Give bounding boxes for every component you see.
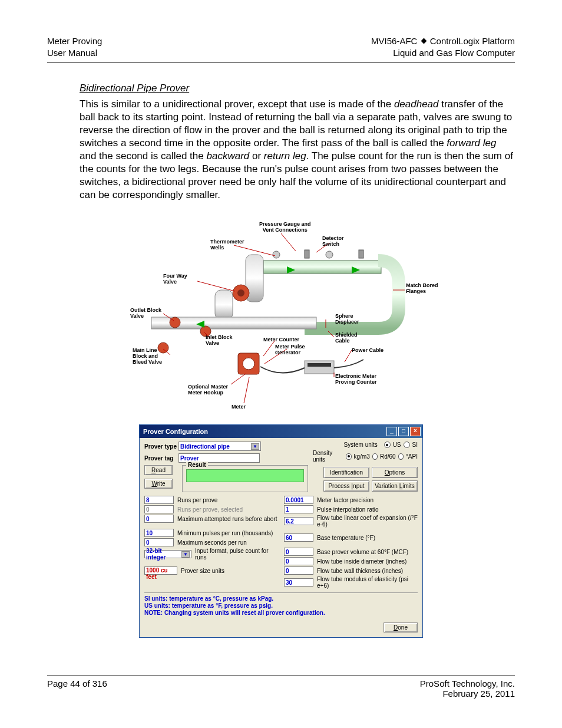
header-left-1: Meter Proving xyxy=(47,35,102,47)
label-pressure: Pressure Gauge and Vent Connections xyxy=(259,222,311,233)
header-left-2: User Manual xyxy=(47,47,102,59)
diagram-svg xyxy=(128,219,434,414)
param-input[interactable] xyxy=(144,529,174,537)
label-detector: Detector Switch xyxy=(322,236,344,248)
svg-rect-11 xyxy=(305,250,309,258)
param-input[interactable] xyxy=(284,578,313,587)
param-input[interactable] xyxy=(284,548,313,556)
param-input[interactable] xyxy=(144,496,174,504)
radio-api[interactable] xyxy=(398,453,404,460)
param-input[interactable] xyxy=(284,505,313,513)
read-button[interactable]: Read xyxy=(144,465,173,475)
label-electronic: Electronic Meter Proving Counter xyxy=(335,374,377,386)
prover-config-dialog: Prover Configuration _ □ × Prover type B… xyxy=(139,424,423,638)
param-input[interactable] xyxy=(284,496,313,504)
header-right-2: Liquid and Gas Flow Computer xyxy=(371,47,515,59)
close-button[interactable]: × xyxy=(410,427,421,436)
radio-rd60[interactable] xyxy=(372,453,378,460)
param-row: Flow tube wall thickness (inches) xyxy=(284,566,418,575)
input-format-select[interactable]: 32-bit integer▼ xyxy=(144,550,191,558)
svg-rect-16 xyxy=(308,363,331,367)
radio-si[interactable] xyxy=(404,442,410,448)
system-units-group: System units US SI xyxy=(344,442,418,448)
dialog-titlebar[interactable]: Prover Configuration _ □ × xyxy=(140,425,422,438)
param-row: Runs per prove, selected xyxy=(144,505,278,513)
radio-us[interactable] xyxy=(384,442,391,448)
param-input[interactable] xyxy=(144,515,174,523)
param-row: Base temperature (°F) xyxy=(284,533,418,542)
param-row: Maximum attempted runs before abort xyxy=(144,515,278,523)
right-param-grid: Meter factor precisionPulse interpolatio… xyxy=(284,496,418,590)
svg-line-21 xyxy=(281,233,296,251)
param-row: Runs per prove xyxy=(144,496,278,504)
label-match: Match Bored Flanges xyxy=(406,283,438,295)
label-meterpulse: Meter Pulse Generator xyxy=(275,344,305,356)
diamond-icon xyxy=(421,38,427,44)
options-button[interactable]: Options xyxy=(372,467,418,478)
param-row: Flow tube linear coef of expansion (/°F … xyxy=(284,515,418,528)
label-sphere: Sphere Displacer xyxy=(335,314,359,325)
param-input[interactable] xyxy=(144,538,174,546)
param-row: Flow tube modulus of elasticity (psi e+6… xyxy=(284,576,418,589)
label-outlet: Outlet Block Valve xyxy=(130,308,161,319)
param-input[interactable] xyxy=(284,517,313,525)
svg-rect-0 xyxy=(263,261,381,274)
prover-diagram: Pressure Gauge and Vent Connections Ther… xyxy=(128,219,434,414)
process-input-button[interactable]: Process Input xyxy=(323,480,369,492)
label-mainline: Main Line Block and Bleed Valve xyxy=(133,348,162,365)
page-header: Meter Proving User Manual MVI56-AFC Cont… xyxy=(47,35,515,62)
density-units-group: Density units kg/m3 Rd/60 °API xyxy=(313,450,418,463)
body-paragraph: This is similar to a unidirectional prov… xyxy=(80,98,515,202)
write-button[interactable]: Write xyxy=(144,479,173,489)
svg-rect-12 xyxy=(359,250,363,258)
units-note: SI units: temperature as °C, pressure as… xyxy=(144,592,418,617)
svg-line-17 xyxy=(197,281,235,291)
svg-point-9 xyxy=(273,251,280,258)
label-fourway: Four Way Valve xyxy=(163,274,187,285)
dialog-title: Prover Configuration xyxy=(143,428,208,435)
variation-limits-button[interactable]: Variation Limits xyxy=(372,480,418,492)
param-row: Flow tube inside diameter (inches) xyxy=(284,557,418,565)
result-fieldset: Result xyxy=(182,465,308,492)
prover-type-label: Prover type xyxy=(144,443,178,450)
prover-tag-label: Prover tag xyxy=(144,455,178,462)
svg-line-31 xyxy=(231,374,246,384)
label-inlet: Inlet Block Valve xyxy=(206,335,233,347)
header-right-1: MVI56-AFC ControlLogix Platform xyxy=(371,35,515,47)
label-shielded: Shielded Cable xyxy=(335,332,358,344)
param-input[interactable] xyxy=(284,566,313,575)
identification-button[interactable]: Identification xyxy=(323,467,369,478)
param-row: 1000 cu feetProver size units xyxy=(144,566,278,575)
footer-date: February 25, 2011 xyxy=(420,689,515,699)
prover-size-units: 1000 cu feet xyxy=(144,566,177,575)
done-button[interactable]: Done xyxy=(384,622,418,633)
radio-kgm3[interactable] xyxy=(346,453,351,460)
label-power: Power Cable xyxy=(352,348,384,354)
svg-rect-15 xyxy=(305,361,334,374)
svg-line-29 xyxy=(345,350,352,362)
param-row: Maximum seconds per run xyxy=(144,538,278,546)
param-input xyxy=(144,505,174,513)
maximize-button[interactable]: □ xyxy=(398,427,409,436)
param-input[interactable] xyxy=(284,557,313,565)
param-row: Base prover volume at 60°F (MCF) xyxy=(284,548,418,556)
svg-point-10 xyxy=(326,251,333,258)
svg-rect-2 xyxy=(215,290,233,319)
svg-line-32 xyxy=(244,377,249,403)
label-thermo: Thermometer Wells xyxy=(210,239,244,251)
prover-type-select[interactable]: Bidirectional pipe▼ xyxy=(178,442,261,451)
page-number: Page 44 of 316 xyxy=(47,678,107,699)
page-footer: Page 44 of 316 ProSoft Technology, Inc. … xyxy=(47,676,515,699)
label-metercounter: Meter Counter xyxy=(263,337,299,343)
svg-point-14 xyxy=(243,358,254,370)
param-input[interactable] xyxy=(284,533,313,542)
param-row: Pulse interpolation ratio xyxy=(284,505,418,513)
minimize-button[interactable]: _ xyxy=(386,427,397,436)
param-row: 32-bit integer▼Input format, pulse count… xyxy=(144,548,278,561)
param-row: Minimum pulses per run (thousands) xyxy=(144,529,278,537)
section-title: Bidirectional Pipe Prover xyxy=(80,83,515,94)
svg-point-5 xyxy=(237,289,244,297)
left-param-grid: Runs per proveRuns per prove, selectedMa… xyxy=(144,496,278,590)
footer-company: ProSoft Technology, Inc. xyxy=(420,678,515,689)
label-meter: Meter xyxy=(232,404,246,410)
